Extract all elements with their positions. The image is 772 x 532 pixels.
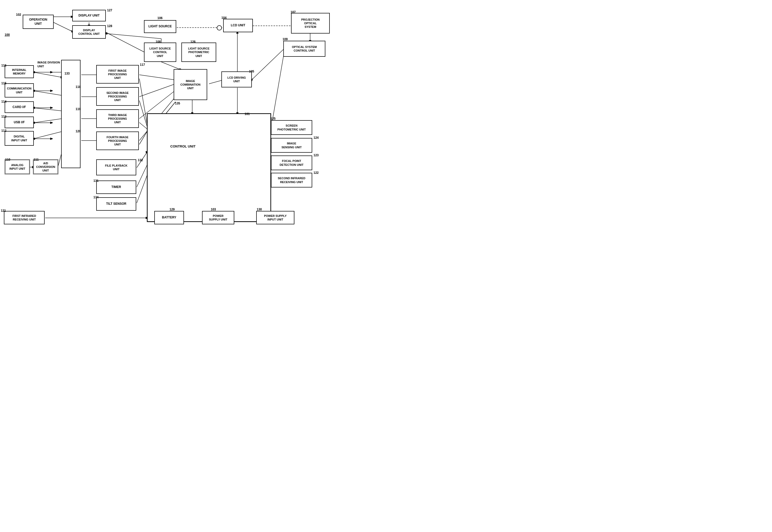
- label-108: 108: [156, 40, 161, 44]
- projection-optical-system: PROJECTIONOPTICALSYSTEM: [291, 13, 330, 34]
- label-130: 130: [257, 208, 262, 211]
- label-134: 134: [93, 195, 99, 199]
- usb-if: USB I/F: [5, 117, 34, 128]
- svg-line-43: [34, 108, 62, 111]
- label-106: 106: [157, 16, 162, 20]
- label-128: 128: [107, 24, 112, 28]
- svg-line-45: [34, 132, 62, 139]
- image-division-unit: [61, 60, 80, 168]
- svg-line-15: [209, 80, 223, 84]
- svg-line-96: [251, 49, 284, 80]
- label-111: 111: [34, 158, 39, 161]
- label-126: 126: [190, 40, 195, 44]
- fourth-image-processing-unit: FOURTH IMAGEPROCESSINGUNIT: [96, 132, 139, 150]
- focal-point-detection-unit: FOCAL POINTDETECTION UNIT: [271, 155, 312, 170]
- battery: BATTERY: [154, 211, 184, 224]
- svg-line-49: [137, 165, 147, 187]
- screen-photometric-unit: SCREENPHOTOMETRIC UNIT: [271, 120, 312, 135]
- label-125: 125: [270, 117, 275, 120]
- label-135: 135: [175, 102, 180, 105]
- svg-marker-73: [50, 71, 53, 73]
- internal-memory: INTERNALMEMORY: [5, 65, 34, 78]
- label-133: 133: [64, 72, 70, 75]
- label-116: 116: [1, 64, 6, 67]
- digital-input-unit: DIGITALINPUT UNIT: [5, 131, 34, 146]
- label-117: 117: [140, 63, 145, 67]
- svg-line-42: [34, 91, 62, 95]
- power-supply-unit: POWERSUPPLY UNIT: [202, 211, 234, 224]
- label-101: 101: [244, 112, 250, 116]
- light-source-photometric-unit: LIGHT SOURCEPHOTOMETRICUNIT: [181, 43, 216, 62]
- first-infrared-receiving-unit: FIRST INFRAREDRECEIVING UNIT: [4, 211, 45, 224]
- card-if: CARD I/F: [5, 101, 34, 113]
- label-105: 105: [249, 70, 254, 73]
- svg-marker-82: [50, 122, 53, 124]
- label-127: 127: [107, 9, 112, 12]
- operation-unit: OPERATIONUNIT: [23, 15, 54, 29]
- display-control-unit: DISPLAYCONTROL UNIT: [72, 25, 106, 39]
- label-100: 100: [5, 33, 10, 37]
- file-playback-unit: FILE PLAYBACKUNIT: [96, 159, 136, 175]
- label-113: 113: [1, 115, 6, 118]
- label-131: 131: [93, 179, 99, 183]
- svg-line-36: [139, 101, 147, 126]
- svg-line-94: [106, 34, 161, 39]
- label-118: 118: [76, 85, 81, 89]
- timer: TIMER: [96, 181, 136, 194]
- label-124: 124: [313, 136, 319, 140]
- lcd-driving-unit: LCD DRIVINGUNIT: [221, 71, 252, 87]
- power-supply-input-unit: POWER SUPPLYINPUT UNIT: [256, 211, 294, 224]
- image-sensing-unit: IMAGESENSING UNIT: [271, 138, 312, 153]
- analog-input-unit: ANALOGINPUT UNIT: [5, 159, 30, 174]
- label-107: 107: [290, 10, 296, 14]
- svg-line-3: [54, 22, 72, 31]
- label-119: 119: [76, 107, 81, 111]
- second-infrared-receiving-unit: SECOND INFRAREDRECEIVING UNIT: [271, 173, 312, 187]
- label-120: 120: [76, 129, 81, 133]
- svg-line-17: [161, 62, 181, 70]
- first-image-processing-unit: FIRST IMAGEPROCESSINGUNIT: [96, 65, 139, 84]
- tilt-sensor: TILT SENSOR: [96, 197, 136, 211]
- label-122: 122: [313, 171, 319, 175]
- light-source: LIGHT SOURCE: [144, 20, 176, 33]
- svg-line-35: [139, 79, 147, 124]
- svg-marker-85: [50, 138, 53, 140]
- svg-line-29: [139, 84, 175, 97]
- label-132: 132: [138, 158, 143, 162]
- light-source-control-unit: LIGHT SOURCECONTROLUNIT: [144, 43, 176, 62]
- label-121: 121: [1, 209, 6, 212]
- communication-unit: COMMUNICATIONUNIT: [5, 83, 34, 97]
- label-112: 112: [1, 129, 6, 133]
- svg-line-44: [34, 119, 62, 123]
- display-unit: DISPLAY UNIT: [72, 10, 106, 21]
- third-image-processing-unit: THIRD IMAGEPROCESSINGUNIT: [96, 109, 139, 128]
- svg-marker-76: [50, 90, 53, 92]
- label-123: 123: [313, 153, 319, 157]
- label-102: 102: [16, 13, 21, 17]
- label-109: 109: [282, 37, 288, 41]
- label-129: 129: [169, 208, 175, 211]
- ad-conversion-unit: A/DCONVERSIONUNIT: [33, 159, 58, 174]
- optical-system-control-unit: OPTICAL SYSTEMCONTROL UNIT: [283, 41, 325, 57]
- second-image-processing-unit: SECOND IMAGEPROCESSINGUNIT: [96, 87, 139, 106]
- label-110: 110: [5, 158, 10, 161]
- svg-line-37: [139, 122, 147, 129]
- svg-line-39: [34, 72, 62, 77]
- label-104: 104: [221, 16, 226, 20]
- svg-line-38: [139, 132, 147, 144]
- label-115: 115: [1, 81, 6, 85]
- lcd-unit: LCD UNIT: [223, 19, 253, 32]
- svg-line-5: [106, 32, 146, 53]
- image-combination-unit: IMAGECOMBINATIONUNIT: [174, 69, 207, 100]
- svg-marker-79: [50, 107, 53, 109]
- diagram: OPERATIONUNIT DISPLAY UNIT DISPLAYCONTRO…: [0, 0, 343, 232]
- svg-line-27: [139, 75, 175, 80]
- label-103: 103: [211, 208, 216, 211]
- label-114: 114: [1, 100, 6, 103]
- svg-line-50: [137, 175, 147, 203]
